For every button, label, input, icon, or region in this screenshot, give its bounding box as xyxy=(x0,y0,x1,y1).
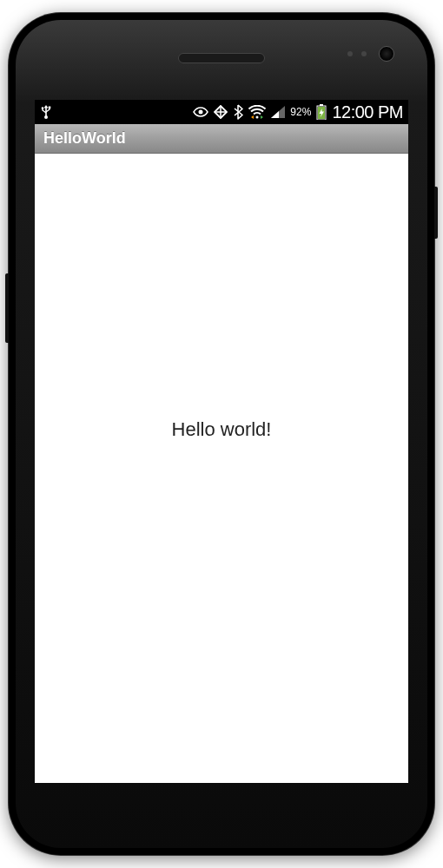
volume-rocker xyxy=(5,273,9,343)
sensor-cluster xyxy=(347,51,367,56)
svg-marker-2 xyxy=(44,105,49,108)
wifi-icon xyxy=(248,105,266,119)
signal-icon xyxy=(271,106,285,118)
speaker-grille xyxy=(178,53,265,63)
content-area: Hello world! xyxy=(35,154,408,783)
sensor-dot xyxy=(347,51,353,56)
hello-world-text: Hello world! xyxy=(172,418,272,441)
battery-icon xyxy=(316,104,327,120)
sensor-dot xyxy=(361,51,367,56)
eye-icon xyxy=(193,106,208,118)
svg-rect-4 xyxy=(49,107,51,109)
svg-point-3 xyxy=(42,107,44,109)
gps-icon xyxy=(214,105,228,119)
phone-inner: 92% 12:00 PM HelloWorld Hel xyxy=(16,20,427,848)
battery-percent: 92% xyxy=(290,106,311,118)
status-time: 12:00 PM xyxy=(332,102,403,122)
svg-marker-11 xyxy=(261,115,263,119)
bluetooth-icon xyxy=(233,104,243,120)
svg-marker-13 xyxy=(271,111,279,118)
front-camera xyxy=(379,46,394,62)
device-screen: 92% 12:00 PM HelloWorld Hel xyxy=(35,100,408,783)
phone-frame: 92% 12:00 PM HelloWorld Hel xyxy=(9,13,434,855)
power-button xyxy=(434,187,438,239)
app-title: HelloWorld xyxy=(43,129,126,148)
status-right: 92% 12:00 PM xyxy=(193,102,403,122)
status-left xyxy=(40,105,52,119)
usb-icon xyxy=(40,105,52,119)
svg-point-5 xyxy=(199,110,203,115)
svg-marker-10 xyxy=(251,115,254,119)
status-bar[interactable]: 92% 12:00 PM xyxy=(35,100,408,124)
action-bar: HelloWorld xyxy=(35,124,408,154)
